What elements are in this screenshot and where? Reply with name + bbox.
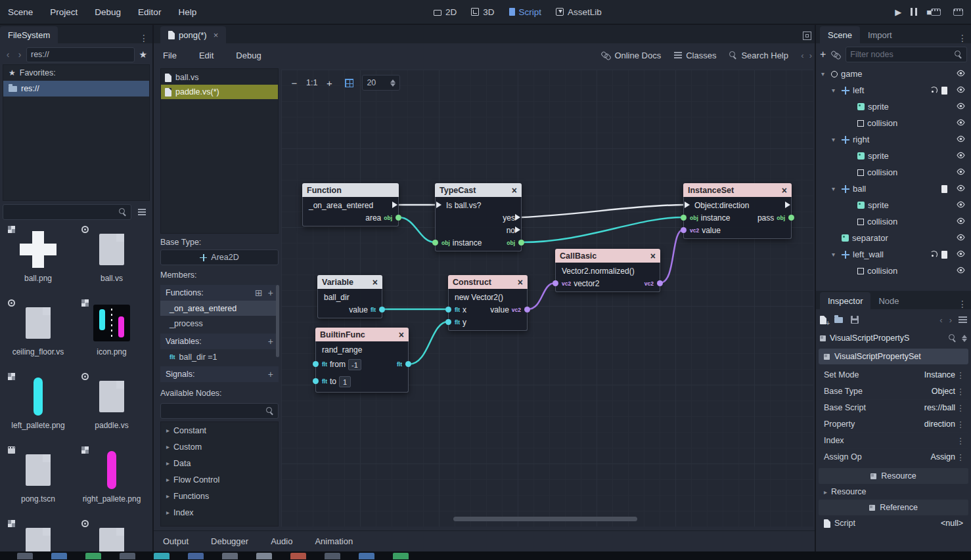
node-category-item[interactable]: ▸ Functions [161, 488, 278, 504]
menu-debug[interactable]: Debug [236, 51, 261, 60]
node-badge-icon[interactable] [941, 251, 947, 259]
node-category-item[interactable]: ▸ Index [161, 504, 278, 521]
function-item[interactable]: _process [160, 316, 279, 331]
favorite-toggle-button[interactable]: ★ [136, 49, 150, 60]
expand-arrow-icon[interactable] [832, 136, 838, 143]
bottom-panel-tab[interactable]: Output [163, 536, 189, 546]
data-in-port[interactable] [313, 361, 319, 367]
property-value[interactable]: Instance [924, 370, 955, 379]
graph-node-instanceset[interactable]: InstanceSet × Object:direction obj insta… [683, 183, 792, 239]
visibility-eye-icon[interactable] [956, 265, 966, 277]
tab-import[interactable]: Import [860, 26, 900, 43]
scene-tree-row[interactable]: collision [817, 164, 970, 181]
data-out-port[interactable] [395, 215, 401, 221]
inspector-menu-icon[interactable]: ⋮ [954, 299, 971, 309]
search-help-link[interactable]: Search Help [729, 51, 788, 60]
tab-inspector[interactable]: Inspector [820, 292, 870, 309]
node-badge-icon[interactable] [941, 87, 947, 95]
base-type-field[interactable]: Area2D [160, 249, 279, 265]
visibility-eye-icon[interactable] [956, 216, 966, 228]
data-in-port[interactable] [681, 227, 687, 233]
file-item[interactable]: pong.tscn [1, 444, 75, 517]
visibility-eye-icon[interactable] [956, 85, 966, 97]
seq-out-port[interactable] [785, 202, 790, 208]
node-badge-icon[interactable] [941, 185, 947, 193]
favorites-header[interactable]: ★ Favorites: [3, 65, 149, 81]
visibility-eye-icon[interactable] [956, 183, 966, 195]
spinbox-arrows-icon[interactable] [390, 79, 395, 87]
favorite-item-res[interactable]: res:// [3, 81, 149, 97]
menu-edit[interactable]: Edit [199, 51, 214, 60]
property-value[interactable]: Object [932, 387, 955, 396]
property-control-icon[interactable]: ⋮ [955, 452, 966, 462]
data-out-port[interactable] [524, 307, 530, 312]
property-control-icon[interactable]: ⋮ [955, 403, 966, 413]
play-scene-button[interactable] [928, 4, 943, 20]
data-out-port[interactable] [379, 307, 385, 312]
visibility-eye-icon[interactable] [956, 249, 966, 261]
visibility-eye-icon[interactable] [956, 232, 966, 244]
node-titlebar[interactable]: InstanceSet × [683, 183, 792, 197]
panel-menu-icon[interactable]: ⋮ [954, 33, 971, 43]
inspector-forward-button[interactable]: › [949, 315, 952, 325]
close-node-icon[interactable]: × [650, 251, 656, 261]
data-out-port[interactable] [405, 361, 411, 367]
node-titlebar[interactable]: BuiltinFunc × [315, 328, 409, 341]
file-item[interactable]: ceiling_floor.vs [1, 297, 75, 370]
online-docs-link[interactable]: Online Docs [601, 51, 661, 60]
close-node-icon[interactable]: × [512, 186, 517, 195]
snap-toggle-button[interactable] [341, 75, 357, 91]
scene-tree-row[interactable]: collision [817, 263, 970, 279]
data-in-port[interactable] [445, 307, 451, 312]
add-node-button[interactable]: + [820, 49, 826, 60]
visibility-eye-icon[interactable] [956, 118, 966, 129]
zoom-reset-button[interactable]: 1:1 [306, 78, 317, 87]
scene-tree-row[interactable]: collision [817, 213, 970, 230]
scene-tree-row[interactable]: separator [817, 230, 970, 246]
data-out-port[interactable] [518, 240, 524, 246]
scene-tree-row[interactable]: collision [817, 115, 970, 131]
visibility-eye-icon[interactable] [956, 167, 966, 179]
visibility-eye-icon[interactable] [956, 101, 966, 113]
script-list-item[interactable]: paddle.vs(*) [161, 85, 278, 99]
scene-tree-row[interactable]: right [817, 131, 970, 148]
menu-item[interactable]: Debug [95, 7, 121, 17]
visibility-eye-icon[interactable] [956, 134, 966, 146]
section-resource[interactable]: Resource [819, 468, 968, 484]
available-nodes-search-input[interactable] [160, 403, 279, 419]
graph-node-typecast[interactable]: TypeCast × Is ball.vs? yes no [435, 183, 522, 251]
mode-button[interactable]: 3D [471, 7, 494, 17]
tab-pong-script[interactable]: pong(*) × [160, 26, 226, 43]
zoom-out-button[interactable]: − [288, 77, 301, 89]
instance-scene-button[interactable] [831, 47, 840, 62]
close-node-icon[interactable]: × [399, 330, 404, 339]
seq-out-port[interactable] [515, 214, 520, 221]
scene-tree-row[interactable]: sprite [817, 98, 970, 115]
node-titlebar[interactable]: Variable × [317, 275, 382, 289]
taskbar-app-icon[interactable] [359, 553, 374, 559]
expand-arrow-icon[interactable] [832, 251, 838, 258]
add-signal-button[interactable]: + [268, 369, 273, 379]
visual-script-graph-canvas[interactable]: − 1:1 + 20 [281, 70, 813, 527]
section-reference[interactable]: Reference [819, 500, 968, 515]
pause-button[interactable] [911, 8, 917, 16]
close-node-icon[interactable]: × [373, 278, 378, 287]
sort-icon[interactable] [962, 335, 967, 342]
property-value[interactable]: Assign [930, 452, 955, 462]
function-item[interactable]: _on_area_entered [160, 301, 279, 316]
history-forward-button[interactable]: › [14, 49, 25, 60]
node-titlebar[interactable]: Construct × [448, 275, 528, 289]
play-custom-scene-button[interactable] [950, 4, 966, 20]
script-property-value[interactable]: <null> [941, 519, 963, 528]
expand-arrow-icon[interactable] [832, 87, 838, 94]
distraction-free-button[interactable] [799, 28, 815, 43]
taskbar-app-icon[interactable] [256, 553, 272, 559]
snap-step-spinbox[interactable]: 20 [362, 75, 400, 91]
edited-resource-row[interactable]: VisualScriptPropertyS [820, 330, 967, 346]
scene-tree-row[interactable]: left [817, 82, 970, 98]
property-value[interactable]: direction [924, 420, 955, 429]
scene-tree-row[interactable]: game [817, 66, 970, 82]
mode-button[interactable]: AssetLib [556, 7, 602, 17]
node-category-item[interactable]: ▸ Custom [161, 439, 278, 455]
property-control-icon[interactable]: ⋮ [955, 420, 966, 429]
